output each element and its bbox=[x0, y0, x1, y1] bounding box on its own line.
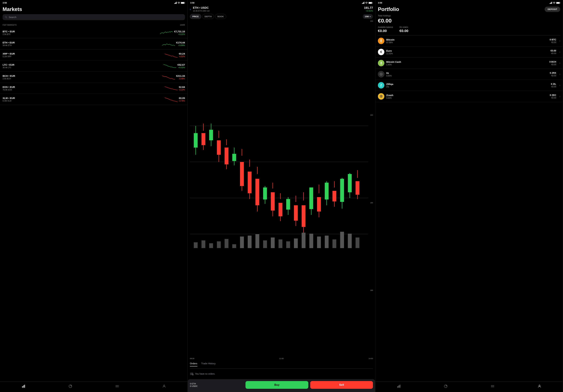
time-selector[interactable]: 15M bbox=[363, 14, 373, 19]
svg-point-132 bbox=[539, 385, 540, 386]
svg-rect-91 bbox=[209, 243, 213, 248]
asset-pct-0x: 0.00% bbox=[386, 75, 548, 77]
portfolio-panel: 3:59 Portfolio DEPOSIT Total holdings €0… bbox=[375, 0, 563, 392]
chevron-right-zcash: › bbox=[560, 95, 560, 98]
list-icon bbox=[115, 384, 119, 388]
bottom-nav-portfolio bbox=[375, 381, 563, 392]
wifi-icon-portfolio bbox=[553, 2, 555, 4]
market-item-eos-eur[interactable]: EOS • EUR 76.9k EOS €2.84 -3.10% bbox=[0, 83, 188, 94]
buy-button[interactable]: Buy bbox=[245, 381, 308, 389]
fiat-markets-header: FIAT MARKETS 24HR bbox=[0, 23, 188, 27]
market-item-bch-eur[interactable]: BCH • EUR 2.5k BCH €211.33 -0.48% bbox=[0, 72, 188, 83]
asset-info-0x: 0x 0.00% bbox=[386, 72, 548, 77]
tab-price[interactable]: PRICE bbox=[190, 14, 201, 19]
orders-section: Orders Trade History You have no orders. bbox=[188, 360, 375, 379]
0x-icon bbox=[378, 71, 384, 77]
chart-bar-icon bbox=[22, 384, 26, 388]
svg-rect-110 bbox=[356, 237, 359, 248]
svg-rect-118 bbox=[560, 3, 560, 3]
tab-orders[interactable]: Orders bbox=[190, 362, 197, 367]
svg-rect-51 bbox=[263, 187, 267, 199]
status-time-chart: 3:58 bbox=[190, 2, 194, 4]
market-pair-xrp: XRP • EUR bbox=[3, 52, 163, 55]
euro-icon: € bbox=[378, 49, 384, 55]
back-button[interactable]: ‹ bbox=[190, 7, 191, 11]
market-item-ltc-eur[interactable]: LTC • EUR 30.4k LTC €52.67 +0.02% bbox=[0, 61, 188, 72]
nav-account-portfolio[interactable] bbox=[535, 384, 544, 389]
market-item-xrp-eur[interactable]: XRP • EUR 5.1M XRP €0.24 -4.52% bbox=[0, 49, 188, 61]
market-vol-btc: 2.0k BTC bbox=[3, 33, 159, 35]
nav-markets-portfolio[interactable] bbox=[394, 384, 403, 389]
svg-rect-48 bbox=[256, 179, 259, 205]
asset-item-bch[interactable]: ₿ Bitcoin Cash 1.40% 0 BCH €0.00 › bbox=[375, 58, 563, 69]
asset-pct-bch: 1.40% bbox=[386, 63, 548, 66]
deposit-button[interactable]: DEPOSIT bbox=[545, 7, 560, 12]
asset-item-euro[interactable]: € Euro 11.02% €0.00 €0.00 › bbox=[375, 47, 563, 58]
svg-rect-109 bbox=[348, 234, 352, 248]
nav-orders-portfolio[interactable] bbox=[488, 384, 497, 389]
status-icons-chart bbox=[362, 2, 372, 4]
nav-portfolio-history[interactable] bbox=[66, 384, 75, 389]
market-price-block-xlm: €0.05 -3.78% bbox=[179, 97, 185, 102]
asset-pct-zcash: 0.00% bbox=[386, 97, 548, 99]
bch-icon: ₿ bbox=[378, 60, 384, 66]
svg-rect-104 bbox=[309, 234, 313, 248]
market-change-bch: -0.48% bbox=[176, 78, 185, 80]
balance-row: Available balance €0.00 On orders €0.00 bbox=[375, 25, 563, 35]
svg-rect-94 bbox=[232, 244, 236, 248]
market-change-eth: +3.69% bbox=[176, 44, 185, 47]
market-price-block-bch: €211.33 -0.48% bbox=[176, 74, 185, 80]
svg-rect-106 bbox=[325, 236, 329, 248]
chart-pair: ETH • USDC bbox=[193, 6, 362, 10]
asset-amounts-bch: 0 BCH €0.00 bbox=[550, 61, 556, 66]
asset-name-euro: Euro bbox=[386, 49, 549, 52]
svg-rect-99 bbox=[271, 237, 275, 248]
market-vol-eos: 76.9k EOS bbox=[3, 89, 163, 91]
tab-book[interactable]: BOOK bbox=[215, 14, 226, 19]
no-orders-icon bbox=[190, 372, 193, 375]
asset-item-0x[interactable]: 0x 0.00% 0 ZRX €0.00 › bbox=[375, 69, 563, 80]
asset-fiat-0x: €0.00 bbox=[550, 74, 556, 77]
status-time-markets: 3:58 bbox=[3, 2, 7, 4]
bottom-nav-markets bbox=[0, 381, 188, 392]
market-vol-ltc: 30.4k LTC bbox=[3, 66, 162, 69]
market-info-btc: BTC • EUR 2.0k BTC bbox=[3, 30, 159, 35]
nav-markets[interactable] bbox=[19, 384, 28, 389]
tab-trade-history[interactable]: Trade History bbox=[201, 362, 216, 367]
svg-rect-24 bbox=[194, 133, 198, 147]
asset-name-bch: Bitcoin Cash bbox=[386, 61, 548, 63]
nav-orders[interactable] bbox=[113, 384, 122, 389]
market-vol-xrp: 5.1M XRP bbox=[3, 55, 163, 58]
svg-rect-107 bbox=[333, 239, 336, 248]
markets-panel: 3:58 Markets Search FIAT MARKETS 24HR BT… bbox=[0, 0, 188, 392]
market-info-eos: EOS • EUR 76.9k EOS bbox=[3, 86, 163, 91]
svg-rect-93 bbox=[225, 239, 229, 248]
svg-rect-98 bbox=[263, 240, 267, 248]
sell-button[interactable]: Sell bbox=[310, 381, 373, 389]
nav-account[interactable] bbox=[160, 384, 169, 389]
price-label-194: 194 bbox=[370, 20, 373, 22]
svg-rect-122 bbox=[397, 386, 398, 388]
zcash-icon: ⓩ bbox=[378, 93, 384, 100]
market-item-xlm-eur[interactable]: XLM • EUR 6.3M XLM €0.05 -3.78% bbox=[0, 94, 188, 105]
tab-depth[interactable]: DEPTH bbox=[202, 14, 214, 19]
bitcoin-icon: ₿ bbox=[378, 38, 384, 44]
portfolio-title: Portfolio bbox=[378, 6, 399, 12]
asset-item-bitcoin[interactable]: ₿ Bitcoin 87.58% 0 BTC €0.00 › bbox=[375, 35, 563, 47]
asset-item-zcash[interactable]: ⓩ Zcash 0.00% 0 ZEC €0.00 › bbox=[375, 91, 563, 102]
asset-name-0x: 0x bbox=[386, 72, 548, 74]
svg-point-131 bbox=[491, 387, 491, 387]
nav-history-portfolio[interactable] bbox=[441, 384, 450, 389]
market-item-btc-eur[interactable]: BTC • EUR 2.0k BTC €7,731.10 +3.22% bbox=[0, 27, 188, 38]
search-bar[interactable]: Search bbox=[3, 14, 185, 20]
asset-item-zilliqa[interactable]: Z Zilliqa 0% 0 ZIL €0.00 › bbox=[375, 80, 563, 91]
asset-amounts-bitcoin: 0 BTC €0.00 bbox=[550, 38, 556, 43]
available-balance-value: €0.00 bbox=[378, 29, 393, 33]
asset-info-zcash: Zcash 0.00% bbox=[386, 94, 548, 99]
market-item-eth-eur[interactable]: ETH • EUR 34.4k ETH €174.44 +3.69% bbox=[0, 38, 188, 49]
market-change-btc: +3.22% bbox=[174, 33, 185, 35]
chevron-right-0x: › bbox=[560, 73, 560, 76]
svg-rect-39 bbox=[232, 154, 236, 161]
svg-point-129 bbox=[491, 385, 491, 386]
person-icon bbox=[162, 384, 166, 388]
